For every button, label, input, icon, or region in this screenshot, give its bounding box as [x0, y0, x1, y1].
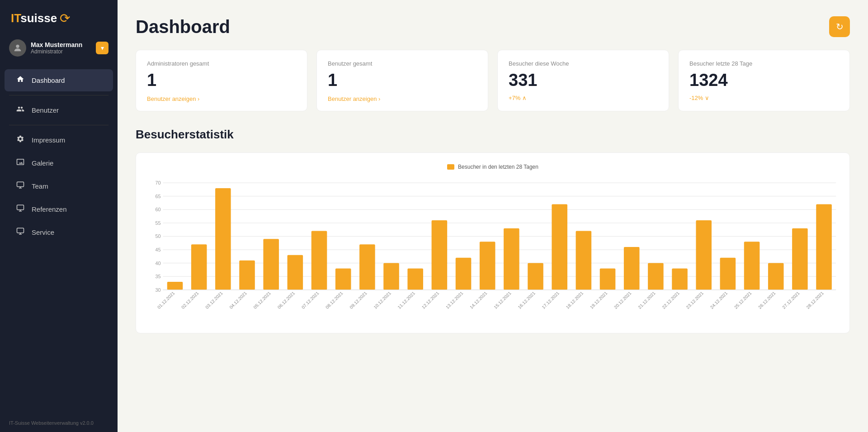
svg-text:25.12.2021: 25.12.2021 [733, 290, 753, 310]
chevron-down-icon: ▾ [101, 44, 104, 52]
sidebar-item-benutzer[interactable]: Benutzer [5, 99, 113, 121]
svg-text:65: 65 [155, 194, 160, 199]
main-content: Dashboard ↻ Administratoren gesamt 1 Ben… [118, 0, 868, 432]
svg-point-0 [16, 45, 19, 48]
svg-text:55: 55 [155, 220, 160, 226]
legend-color [447, 164, 454, 170]
chart-container: Besucher in den letzten 28 Tagen 7065605… [136, 152, 850, 333]
svg-rect-74 [720, 258, 736, 290]
page-title: Dashboard [136, 17, 230, 37]
logo-area: ITsuisse ⟳ [0, 0, 118, 35]
svg-text:30: 30 [155, 287, 160, 293]
svg-text:22.12.2021: 22.12.2021 [661, 290, 680, 310]
page-header: Dashboard ↻ [136, 16, 850, 37]
svg-text:20.12.2021: 20.12.2021 [613, 290, 632, 310]
svg-text:10.12.2021: 10.12.2021 [373, 290, 392, 310]
svg-text:23.12.2021: 23.12.2021 [685, 290, 705, 310]
svg-text:16.12.2021: 16.12.2021 [517, 290, 536, 310]
svg-rect-56 [504, 228, 519, 290]
svg-text:06.12.2021: 06.12.2021 [277, 290, 296, 310]
nav-divider-1 [9, 95, 108, 95]
user-name: Max Mustermann [31, 41, 91, 48]
stat-value-monthly: 1324 [689, 71, 839, 90]
svg-rect-66 [624, 247, 640, 290]
avatar [9, 39, 26, 57]
stat-cards: Administratoren gesamt 1 Benutzer anzeig… [136, 50, 850, 111]
sidebar-item-service[interactable]: Service [5, 221, 113, 243]
sidebar-item-galerie[interactable]: Galerie [5, 152, 113, 174]
svg-text:11.12.2021: 11.12.2021 [396, 290, 416, 310]
svg-rect-50 [432, 220, 448, 290]
svg-rect-38 [288, 255, 303, 290]
stat-card-monthly: Besucher letzte 28 Tage 1324 -12% ∨ [678, 50, 850, 111]
team-icon [15, 181, 25, 191]
svg-rect-82 [816, 204, 832, 290]
chart-title: Besucherstatistik [136, 128, 850, 142]
svg-text:12.12.2021: 12.12.2021 [421, 290, 440, 310]
svg-rect-52 [456, 258, 472, 290]
sidebar-item-team[interactable]: Team [5, 175, 113, 197]
gear-icon [15, 135, 25, 145]
svg-rect-7 [17, 228, 24, 233]
legend-label: Besucher in den letzten 28 Tagen [458, 164, 538, 170]
stat-card-weekly: Besucher diese Woche 331 +7% ∧ [497, 50, 669, 111]
svg-rect-32 [215, 188, 231, 290]
svg-text:15.12.2021: 15.12.2021 [493, 290, 512, 310]
logo: ITsuisse [11, 11, 57, 25]
stat-label-users: Benutzer gesamt [328, 60, 477, 67]
stat-label-weekly: Besucher diese Woche [509, 60, 658, 67]
stat-change-monthly: -12% ∨ [689, 95, 839, 101]
stat-value-weekly: 331 [509, 71, 658, 90]
user-dropdown-button[interactable]: ▾ [96, 42, 108, 54]
svg-rect-40 [311, 231, 327, 290]
svg-rect-36 [263, 239, 279, 290]
svg-rect-44 [359, 244, 375, 290]
svg-text:14.12.2021: 14.12.2021 [469, 290, 488, 310]
stat-value-users: 1 [328, 71, 477, 90]
svg-text:13.12.2021: 13.12.2021 [445, 290, 464, 310]
sidebar-item-service-label: Service [32, 228, 54, 236]
sidebar-item-team-label: Team [32, 182, 48, 190]
stat-link-users[interactable]: Benutzer anzeigen › [328, 95, 380, 102]
svg-text:40: 40 [155, 261, 160, 266]
svg-rect-4 [17, 205, 24, 210]
svg-text:09.12.2021: 09.12.2021 [349, 290, 368, 310]
sidebar-item-benutzer-label: Benutzer [32, 106, 59, 114]
svg-text:08.12.2021: 08.12.2021 [325, 290, 344, 310]
nav-divider-2 [9, 125, 108, 125]
logo-it: IT [11, 11, 20, 25]
sidebar-item-dashboard[interactable]: Dashboard [5, 69, 113, 91]
sidebar-item-impressum-label: Impressum [32, 136, 65, 144]
sidebar-item-referenzen[interactable]: Referenzen [5, 198, 113, 220]
svg-rect-72 [696, 220, 712, 290]
svg-rect-48 [407, 268, 423, 290]
chart-section: Besucherstatistik Besucher in den letzte… [136, 128, 850, 333]
svg-rect-78 [768, 263, 784, 290]
service-icon [15, 227, 25, 237]
svg-text:07.12.2021: 07.12.2021 [301, 290, 320, 310]
bar-chart: 70656055504540353001.12.202102.12.202103… [145, 177, 840, 322]
svg-text:45: 45 [155, 247, 160, 252]
stat-link-admins[interactable]: Benutzer anzeigen › [147, 95, 199, 102]
refresh-button[interactable]: ↻ [829, 16, 850, 37]
sidebar-footer: IT-Suisse Webseitenverwaltung v2.0.0 [0, 414, 118, 432]
sidebar: ITsuisse ⟳ Max Mustermann Administrator … [0, 0, 118, 432]
svg-text:60: 60 [155, 207, 160, 212]
svg-rect-46 [383, 263, 399, 290]
sidebar-item-impressum[interactable]: Impressum [5, 129, 113, 151]
user-section: Max Mustermann Administrator ▾ [0, 35, 118, 65]
svg-rect-54 [480, 242, 495, 290]
home-icon [15, 75, 25, 85]
svg-text:27.12.2021: 27.12.2021 [781, 290, 801, 310]
svg-rect-68 [648, 263, 664, 290]
svg-text:26.12.2021: 26.12.2021 [757, 290, 777, 310]
stat-card-admins: Administratoren gesamt 1 Benutzer anzeig… [136, 50, 307, 111]
svg-rect-1 [17, 182, 24, 187]
svg-rect-76 [744, 242, 760, 290]
user-info: Max Mustermann Administrator [31, 41, 91, 55]
svg-text:70: 70 [155, 180, 160, 185]
stat-card-users: Benutzer gesamt 1 Benutzer anzeigen › [316, 50, 488, 111]
sidebar-item-galerie-label: Galerie [32, 159, 53, 167]
svg-text:18.12.2021: 18.12.2021 [565, 290, 585, 310]
svg-rect-60 [552, 204, 567, 290]
